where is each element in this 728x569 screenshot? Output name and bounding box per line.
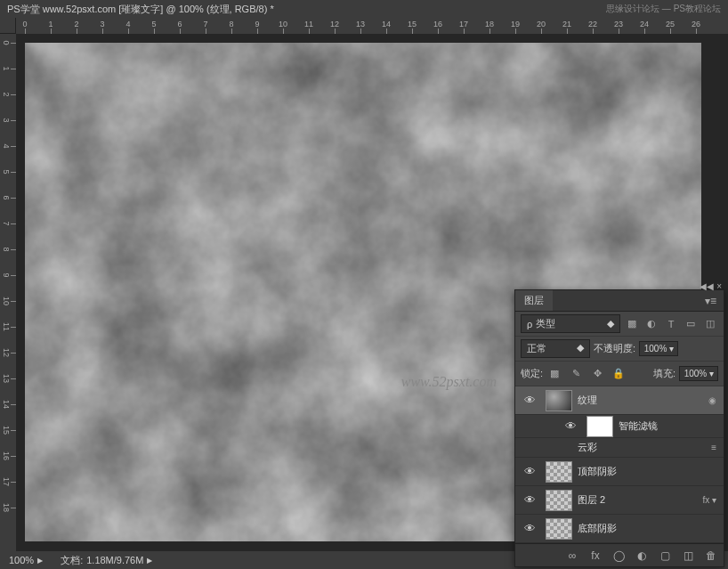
lock-transparent-icon[interactable]: ▩: [546, 366, 562, 382]
document-size[interactable]: 文档: 1.18M/9.76M ▶: [61, 554, 152, 567]
link-layers-icon[interactable]: ∞: [565, 549, 579, 563]
panel-menu-button[interactable]: ▾≡: [698, 295, 724, 307]
layer-thumbnail[interactable]: [586, 416, 613, 437]
chevron-right-icon: ▶: [37, 557, 43, 565]
ruler-origin[interactable]: [0, 18, 16, 34]
filter-shape-icon[interactable]: ▭: [683, 316, 699, 332]
layer-name-label[interactable]: 顶部阴影: [578, 465, 720, 478]
layers-panel-footer: ∞ fx ◯ ◐ ▢ ◫ 🗑: [515, 543, 724, 566]
smart-object-badge: ◉: [705, 395, 720, 405]
ruler-vertical[interactable]: 0123456789101112131415161718: [0, 34, 16, 552]
layer-item[interactable]: 👁图层 2fx ▾: [515, 486, 724, 515]
layer-name-label[interactable]: 智能滤镜: [619, 419, 720, 433]
lock-all-icon[interactable]: 🔒: [611, 366, 627, 382]
watermark: www.52psxt.com: [401, 374, 497, 390]
layer-name-label[interactable]: 云彩: [578, 441, 708, 454]
visibility-toggle[interactable]: 👁: [519, 522, 540, 535]
tab-layers[interactable]: 图层: [515, 290, 553, 311]
layer-item[interactable]: 👁底部阴影: [515, 515, 724, 543]
titlebar-right-text: 思缘设计论坛 — PS教程论坛: [606, 3, 721, 15]
blend-opacity-row: 正常◆ 不透明度: 100% ▾: [515, 337, 724, 362]
layer-name-label[interactable]: 图层 2: [578, 493, 699, 507]
adjustment-layer-icon[interactable]: ◐: [635, 549, 649, 563]
title-bar: PS学堂 www.52psxt.com [璀璨文字] @ 100% (纹理, R…: [0, 0, 728, 18]
new-layer-icon[interactable]: ◫: [681, 549, 695, 563]
opacity-label: 不透明度:: [594, 342, 635, 355]
layer-item[interactable]: 云彩≡: [515, 438, 724, 458]
visibility-toggle[interactable]: 👁: [560, 419, 581, 433]
panel-collapse-button[interactable]: ◀◀ ×: [700, 281, 722, 291]
lock-paint-icon[interactable]: ✎: [568, 366, 584, 382]
layer-fx-icon[interactable]: fx: [588, 549, 603, 563]
layers-panel: ◀◀ × 图层 ▾≡ ρ 类型 ◆ ▩ ◐ T ▭ ◫ 正常◆ 不透明度: 10…: [514, 289, 724, 567]
document-title: PS学堂 www.52psxt.com [璀璨文字] @ 100% (纹理, R…: [7, 3, 274, 16]
layer-item[interactable]: 👁纹理◉: [515, 386, 724, 415]
filter-pixel-icon[interactable]: ▩: [624, 316, 640, 332]
layer-item[interactable]: 👁顶部阴影: [515, 458, 724, 486]
visibility-toggle[interactable]: 👁: [519, 465, 540, 478]
filter-smart-icon[interactable]: ◫: [702, 316, 718, 332]
ruler-horizontal[interactable]: 0123456789101112131415161718192021222324…: [16, 18, 728, 34]
group-icon[interactable]: ▢: [658, 549, 672, 563]
fill-input[interactable]: 100% ▾: [679, 366, 718, 381]
lock-label: 锁定:: [521, 367, 543, 380]
layer-thumbnail[interactable]: [546, 490, 572, 511]
layer-thumbnail[interactable]: [546, 390, 572, 411]
filter-toggle-icon[interactable]: ≡: [708, 443, 720, 452]
opacity-input[interactable]: 100% ▾: [639, 341, 678, 356]
fill-label: 填充:: [653, 367, 675, 380]
fx-badge[interactable]: fx ▾: [699, 495, 720, 505]
filter-type-icon[interactable]: T: [663, 316, 679, 332]
layer-mask-icon[interactable]: ◯: [611, 549, 626, 563]
visibility-toggle[interactable]: 👁: [519, 394, 540, 407]
panel-tab-bar: 图层 ▾≡: [515, 290, 724, 312]
layers-list: 👁纹理◉👁智能滤镜云彩≡👁顶部阴影👁图层 2fx ▾👁底部阴影: [515, 386, 724, 543]
layer-thumbnail[interactable]: [546, 461, 572, 483]
layer-name-label[interactable]: 纹理: [578, 394, 705, 407]
layer-filter-type[interactable]: ρ 类型 ◆: [521, 314, 620, 333]
layer-item[interactable]: 👁智能滤镜: [515, 415, 724, 438]
blend-mode-select[interactable]: 正常◆: [521, 339, 590, 358]
layer-name-label[interactable]: 底部阴影: [578, 522, 720, 535]
layer-filter-row: ρ 类型 ◆ ▩ ◐ T ▭ ◫: [515, 312, 724, 337]
filter-adjustment-icon[interactable]: ◐: [643, 316, 659, 332]
chevron-right-icon: ▶: [147, 557, 152, 565]
lock-position-icon[interactable]: ✥: [589, 366, 605, 382]
zoom-level[interactable]: 100% ▶: [9, 555, 43, 565]
lock-fill-row: 锁定: ▩ ✎ ✥ 🔒 填充: 100% ▾: [515, 362, 724, 386]
delete-layer-icon[interactable]: 🗑: [704, 549, 718, 563]
visibility-toggle[interactable]: 👁: [519, 493, 540, 507]
layer-thumbnail[interactable]: [546, 518, 572, 540]
